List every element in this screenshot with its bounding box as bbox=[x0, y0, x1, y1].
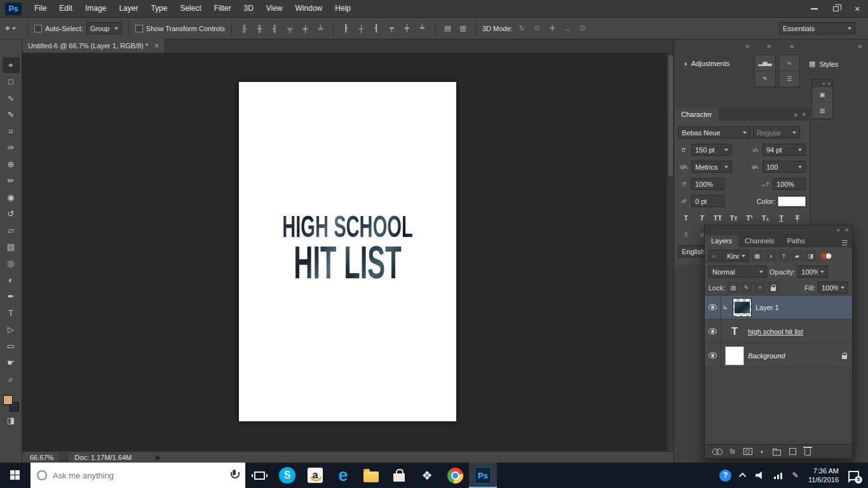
new-group-icon[interactable] bbox=[773, 450, 781, 456]
histogram-panel-icon[interactable]: ▂▅▃ bbox=[755, 55, 775, 71]
tab-channels[interactable]: Channels bbox=[738, 235, 780, 247]
menu-view[interactable]: View bbox=[260, 0, 289, 17]
path-selection-tool[interactable]: ▷ bbox=[3, 322, 20, 337]
distribute-top-icon[interactable]: ┠ bbox=[340, 22, 352, 34]
lasso-tool[interactable]: ∿ bbox=[3, 90, 20, 106]
distribute-left-icon[interactable]: ┯ bbox=[386, 22, 398, 34]
help-icon[interactable]: ? bbox=[719, 470, 731, 482]
leading-select[interactable]: 94 pt bbox=[763, 144, 806, 156]
filter-kind-select[interactable]: ⌕ Kind bbox=[709, 250, 749, 262]
layer-name[interactable]: Background bbox=[748, 352, 785, 360]
panel-close-icon[interactable]: × bbox=[802, 111, 806, 118]
auto-select-checkbox[interactable] bbox=[34, 25, 42, 32]
blend-mode-select[interactable]: Normal bbox=[709, 266, 767, 278]
text-color-swatch[interactable] bbox=[778, 196, 806, 207]
minimize-button[interactable] bbox=[803, 0, 825, 17]
paths-panel-icon[interactable]: ✎ bbox=[755, 71, 775, 87]
swatches-panel-icon[interactable]: ▣ bbox=[812, 87, 832, 103]
styles-panel-tab[interactable]: ▦ Styles bbox=[809, 60, 838, 68]
opacity-select[interactable]: 100% bbox=[797, 266, 828, 278]
document-tab[interactable]: Untitled-6 @ 66.7% (Layer 1, RGB/8) * × bbox=[22, 39, 165, 53]
3d-rotate-icon[interactable]: ↻ bbox=[516, 22, 528, 34]
zoom-level-field[interactable]: 66.67% bbox=[30, 454, 53, 461]
spot-healing-brush-tool[interactable]: ⊕ bbox=[3, 156, 20, 172]
mini-collapse-icon[interactable]: « bbox=[822, 81, 825, 86]
lock-transparency-icon[interactable]: ▨ bbox=[728, 282, 738, 293]
windows-store-button[interactable] bbox=[385, 463, 413, 488]
mini-close-icon[interactable]: × bbox=[827, 81, 831, 86]
horizontal-type-tool[interactable]: T bbox=[3, 305, 20, 321]
visibility-toggle[interactable] bbox=[705, 344, 721, 367]
distribute-spacing-h-icon[interactable]: ▤ bbox=[442, 22, 454, 34]
faux-italic-button[interactable]: T bbox=[695, 212, 709, 224]
background-thumbnail[interactable] bbox=[725, 346, 744, 365]
align-center-horizontal-icon[interactable]: ╫ bbox=[254, 22, 266, 34]
menu-image[interactable]: Image bbox=[79, 0, 112, 17]
distribute-middle-icon[interactable]: ┼ bbox=[355, 22, 367, 34]
baseline-shift-field[interactable]: 0 pt bbox=[691, 195, 724, 207]
filter-adjustment-layers-icon[interactable]: ◑ bbox=[765, 250, 776, 261]
color-panel-icon[interactable]: ▥ bbox=[812, 103, 832, 119]
character-tab[interactable]: Character bbox=[674, 108, 719, 121]
delete-layer-icon[interactable] bbox=[804, 449, 811, 456]
menu-filter[interactable]: Filter bbox=[208, 0, 238, 17]
collapse-panels-icon[interactable]: « bbox=[745, 42, 748, 50]
volume-icon[interactable] bbox=[756, 471, 764, 479]
align-bottom-icon[interactable]: ╧ bbox=[315, 22, 327, 34]
layer-thumbnail[interactable] bbox=[733, 298, 752, 317]
workspace-select[interactable]: Essentials bbox=[779, 22, 855, 34]
lock-all-icon[interactable] bbox=[768, 282, 778, 293]
align-right-icon[interactable]: ╢ bbox=[269, 22, 281, 34]
menu-3d[interactable]: 3D bbox=[237, 0, 259, 17]
3d-slide-icon[interactable]: ↔ bbox=[562, 22, 574, 34]
crop-tool[interactable]: ⌗ bbox=[3, 123, 20, 139]
skype-button[interactable]: S bbox=[273, 463, 301, 488]
type-layer-thumbnail[interactable]: T bbox=[725, 322, 744, 341]
filter-toggle-switch[interactable] bbox=[821, 253, 832, 259]
tool-preset-picker[interactable]: ⌖ bbox=[5, 23, 21, 34]
align-top-icon[interactable]: ╤ bbox=[284, 22, 296, 34]
quick-selection-tool[interactable]: ✎ bbox=[3, 107, 20, 123]
search-input[interactable] bbox=[53, 471, 224, 480]
canvas-scrollbar[interactable] bbox=[667, 53, 674, 451]
menu-window[interactable]: Window bbox=[289, 0, 329, 17]
menu-help[interactable]: Help bbox=[329, 0, 357, 17]
status-option-icon[interactable] bbox=[60, 453, 68, 461]
menu-type[interactable]: Type bbox=[144, 0, 173, 17]
3d-roll-icon[interactable]: ⊙ bbox=[531, 22, 543, 34]
3d-scale-icon[interactable]: ⊡ bbox=[577, 22, 589, 34]
underline-button[interactable]: T bbox=[774, 212, 789, 224]
windows-ink-icon[interactable]: ✎ bbox=[792, 471, 799, 480]
font-family-select[interactable]: Bebas Neue bbox=[678, 126, 750, 139]
pen-tool[interactable]: ✒ bbox=[3, 288, 20, 304]
hand-tool[interactable]: ☛ bbox=[3, 355, 20, 370]
start-button[interactable] bbox=[0, 463, 31, 488]
file-explorer-button[interactable] bbox=[357, 463, 385, 488]
curves-panel-icon[interactable]: ∿ bbox=[779, 55, 799, 71]
small-caps-button[interactable]: Tᴛ bbox=[726, 212, 741, 224]
vertical-scale-field[interactable]: 100% bbox=[691, 178, 724, 190]
cortana-search-bar[interactable] bbox=[31, 463, 245, 488]
clock[interactable]: 7:36 AM 11/6/2016 bbox=[808, 466, 839, 484]
distribute-right-icon[interactable]: ┷ bbox=[416, 22, 428, 34]
adjustments-panel-tab[interactable]: ◑ Adjustments bbox=[683, 60, 729, 67]
dodge-tool[interactable]: ◐ bbox=[3, 272, 20, 288]
eraser-tool[interactable]: ▱ bbox=[3, 222, 20, 238]
status-expand-icon[interactable]: ▶ bbox=[156, 454, 160, 461]
collapse-panels-icon[interactable]: « bbox=[767, 42, 770, 50]
gradient-tool[interactable]: ▤ bbox=[3, 239, 20, 255]
filter-type-layers-icon[interactable]: T bbox=[778, 250, 789, 261]
chrome-button[interactable] bbox=[441, 463, 469, 488]
auto-select-target-select[interactable]: Group bbox=[86, 22, 122, 34]
horizontal-scale-field[interactable]: 100% bbox=[773, 178, 806, 190]
tab-layers[interactable]: Layers bbox=[705, 235, 738, 247]
lock-image-icon[interactable]: ✎ bbox=[741, 282, 752, 293]
link-layers-icon[interactable] bbox=[712, 449, 722, 454]
collapse-panels-icon[interactable]: « bbox=[790, 42, 792, 50]
zoom-tool[interactable]: ⌕ bbox=[3, 371, 20, 387]
strikethrough-button[interactable]: T bbox=[790, 212, 804, 224]
font-style-select[interactable]: Regular bbox=[753, 126, 800, 139]
show-transform-controls-checkbox[interactable] bbox=[135, 25, 143, 32]
eyedropper-tool[interactable]: ✑ bbox=[3, 140, 20, 156]
panel-menu-icon[interactable]: ☰ bbox=[837, 239, 852, 247]
